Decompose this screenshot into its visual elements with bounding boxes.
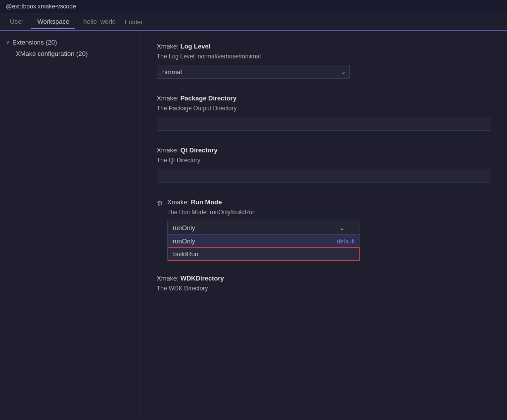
setting-wdk-directory: Xmake: WDKDirectory The WDK Directory (157, 275, 491, 292)
wdk-dir-desc: The WDK Directory (157, 285, 491, 292)
sidebar-item-xmake[interactable]: XMake configuration (20) (0, 48, 140, 59)
run-mode-desc: The Run Mode: runOnly/buildRun (167, 209, 491, 216)
sidebar-item-label: XMake configuration (20) (16, 50, 88, 57)
log-level-title: Xmake: Log Level (157, 43, 491, 50)
tab-user[interactable]: User (4, 15, 29, 29)
log-level-dropdown-container: normal verbose minimal ⌄ (157, 65, 350, 79)
package-dir-input[interactable] (157, 117, 491, 131)
tab-hello-world[interactable]: hello_world (77, 15, 122, 29)
run-mode-dropdown-container: runOnly ⌄ runOnly default buildRun (167, 221, 360, 234)
tab-folder-label: Folder (125, 18, 143, 26)
setting-qt-directory: Xmake: Qt Directory The Qt Directory (157, 146, 491, 183)
log-level-select[interactable]: normal verbose minimal (157, 65, 350, 79)
sidebar: ∨ Extensions (20) XMake configuration (2… (0, 31, 141, 419)
run-mode-inner: Xmake: Run Mode The Run Mode: runOnly/bu… (167, 198, 491, 259)
run-mode-option-runonly-label: runOnly (173, 237, 195, 245)
run-mode-option-buildrun-label: buildRun (173, 250, 198, 258)
sidebar-group-extensions[interactable]: ∨ Extensions (20) (0, 37, 140, 48)
run-mode-option-runonly-default: default (337, 238, 355, 245)
sidebar-section-extensions: ∨ Extensions (20) XMake configuration (2… (0, 35, 140, 61)
run-mode-option-buildrun[interactable]: buildRun (168, 247, 360, 261)
run-mode-dropdown-trigger[interactable]: runOnly ⌄ (167, 221, 360, 234)
qt-dir-input[interactable] (157, 169, 491, 183)
qt-dir-title: Xmake: Qt Directory (157, 146, 491, 154)
setting-log-level: Xmake: Log Level The Log Level: normal/v… (157, 43, 491, 79)
wdk-dir-title: Xmake: WDKDirectory (157, 275, 491, 282)
setting-run-mode: ⚙ Xmake: Run Mode The Run Mode: runOnly/… (157, 198, 491, 259)
tab-bar: User Workspace hello_world Folder (0, 13, 507, 31)
tab-workspace[interactable]: Workspace (31, 15, 75, 29)
log-level-desc: The Log Level: normal/verbose/minimal (157, 53, 491, 60)
run-mode-title: Xmake: Run Mode (167, 198, 491, 206)
main-layout: ∨ Extensions (20) XMake configuration (2… (0, 31, 507, 419)
title-text: @ext:tboox.xmake-vscode (6, 3, 76, 10)
title-bar: @ext:tboox.xmake-vscode (0, 0, 507, 13)
run-mode-option-runonly[interactable]: runOnly default (168, 235, 360, 247)
sidebar-group-label: Extensions (20) (12, 39, 57, 46)
qt-dir-desc: The Qt Directory (157, 157, 491, 164)
chevron-down-icon: ∨ (6, 40, 9, 45)
package-dir-desc: The Package Output Directory (157, 105, 491, 112)
gear-icon: ⚙ (157, 198, 163, 207)
run-mode-selected-value: runOnly (173, 224, 195, 232)
package-dir-title: Xmake: Package Directory (157, 94, 491, 102)
run-mode-chevron-icon: ⌄ (339, 224, 345, 232)
run-mode-options: runOnly default buildRun (167, 234, 360, 261)
setting-package-directory: Xmake: Package Directory The Package Out… (157, 94, 491, 131)
content-area: Xmake: Log Level The Log Level: normal/v… (141, 31, 507, 419)
